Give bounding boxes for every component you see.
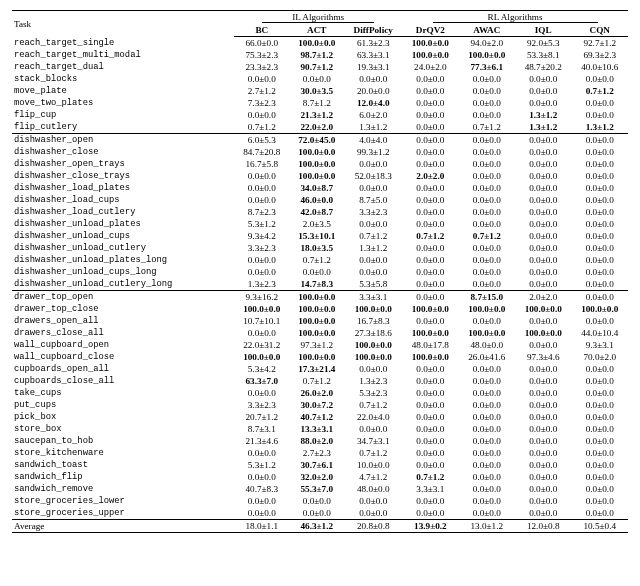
cell-value: 0.0±0.0 [459, 266, 515, 278]
cell-value: 66.0±0.0 [234, 37, 289, 50]
cell-value: 0.0±0.0 [515, 194, 571, 206]
cell-value: 0.0±0.0 [344, 507, 402, 520]
cell-value: 92.7±1.2 [571, 37, 628, 50]
task-name: drawer_top_close [12, 303, 234, 315]
cell-value: 2.0±2.0 [402, 170, 458, 182]
cell-value: 0.0±0.0 [459, 483, 515, 495]
cell-value: 0.0±0.0 [289, 73, 344, 85]
cell-value: 99.3±1.2 [344, 146, 402, 158]
cell-value: 0.7±1.2 [344, 399, 402, 411]
cell-value: 0.0±0.0 [571, 399, 628, 411]
cell-value: 0.0±0.0 [234, 254, 289, 266]
cell-value: 22.0±31.2 [234, 339, 289, 351]
cell-value: 12.0±4.0 [344, 97, 402, 109]
cell-value: 100.0±0.0 [289, 315, 344, 327]
cell-value: 0.0±0.0 [515, 73, 571, 85]
header-col-drqv2: DrQV2 [402, 24, 458, 37]
cell-value: 0.0±0.0 [459, 435, 515, 447]
cell-value: 0.7±1.2 [344, 447, 402, 459]
task-name: dishwasher_close [12, 146, 234, 158]
cell-value: 10.7±10.1 [234, 315, 289, 327]
cell-value: 0.0±0.0 [515, 483, 571, 495]
cell-value: 1.3±2.3 [344, 375, 402, 387]
cell-value: 23.3±2.3 [234, 61, 289, 73]
cell-value: 0.0±0.0 [459, 447, 515, 459]
cell-value: 5.3±5.8 [344, 278, 402, 291]
cell-value: 0.0±0.0 [459, 218, 515, 230]
cell-value: 0.0±0.0 [515, 399, 571, 411]
cell-value: 6.0±5.3 [234, 134, 289, 147]
cell-value: 8.7±3.1 [234, 423, 289, 435]
cell-value: 0.0±0.0 [571, 447, 628, 459]
task-name: dishwasher_unload_plates [12, 218, 234, 230]
cell-value: 0.0±0.0 [515, 97, 571, 109]
cell-value: 21.3±4.6 [234, 435, 289, 447]
cell-value: 0.0±0.0 [344, 218, 402, 230]
cell-value: 0.0±0.0 [515, 423, 571, 435]
cell-value: 0.0±0.0 [571, 242, 628, 254]
cell-value: 0.0±0.0 [459, 399, 515, 411]
cell-value: 17.3±21.4 [289, 363, 344, 375]
header-task: Task [12, 11, 234, 37]
cell-value: 0.0±0.0 [402, 459, 458, 471]
cell-value: 0.0±0.0 [459, 146, 515, 158]
cell-value: 0.0±0.0 [515, 278, 571, 291]
cell-value: 0.0±0.0 [402, 182, 458, 194]
cell-value: 0.0±0.0 [571, 411, 628, 423]
cell-value: 100.0±0.0 [234, 351, 289, 363]
cell-value: 0.0±0.0 [402, 507, 458, 520]
cell-value: 3.3±2.3 [234, 242, 289, 254]
cell-value: 0.0±0.0 [571, 254, 628, 266]
cell-value: 0.0±0.0 [402, 121, 458, 134]
task-name: put_cups [12, 399, 234, 411]
cell-value: 22.0±2.0 [289, 121, 344, 134]
cell-value: 0.0±0.0 [402, 375, 458, 387]
cell-value: 22.0±4.0 [344, 411, 402, 423]
cell-value: 0.0±0.0 [344, 495, 402, 507]
cell-value: 0.0±0.0 [515, 254, 571, 266]
task-name: wall_cupboard_open [12, 339, 234, 351]
task-name: drawers_open_all [12, 315, 234, 327]
cell-value: 0.0±0.0 [571, 218, 628, 230]
cell-value: 0.0±0.0 [402, 387, 458, 399]
cell-value: 26.0±2.0 [289, 387, 344, 399]
cell-value: 0.0±0.0 [459, 109, 515, 121]
cell-value: 55.3±7.0 [289, 483, 344, 495]
cell-value: 0.0±0.0 [402, 109, 458, 121]
task-name: drawers_close_all [12, 327, 234, 339]
cell-value: 0.0±0.0 [344, 266, 402, 278]
cell-value: 0.7±1.2 [289, 375, 344, 387]
task-name: cupboards_close_all [12, 375, 234, 387]
cell-value: 0.0±0.0 [459, 97, 515, 109]
cell-value: 100.0±0.0 [289, 158, 344, 170]
cell-value: 0.0±0.0 [571, 495, 628, 507]
cell-value: 0.0±0.0 [234, 182, 289, 194]
cell-value: 1.3±2.3 [234, 278, 289, 291]
cell-value: 32.0±2.0 [289, 471, 344, 483]
cell-value: 0.0±0.0 [571, 459, 628, 471]
cell-value: 100.0±0.0 [402, 351, 458, 363]
cell-value: 0.0±0.0 [234, 447, 289, 459]
header-col-awac: AWAC [459, 24, 515, 37]
task-name: dishwasher_unload_cutlery_long [12, 278, 234, 291]
task-name: flip_cutlery [12, 121, 234, 134]
cell-value: 0.0±0.0 [515, 182, 571, 194]
cell-value: 5.3±2.3 [344, 387, 402, 399]
cell-value: 1.3±1.2 [344, 242, 402, 254]
cell-value: 97.3±1.2 [289, 339, 344, 351]
cell-value: 0.0±0.0 [459, 471, 515, 483]
cell-value: 0.0±0.0 [459, 507, 515, 520]
cell-value: 0.0±0.0 [459, 315, 515, 327]
cell-value: 100.0±0.0 [289, 303, 344, 315]
cell-value: 0.0±0.0 [459, 194, 515, 206]
cell-value: 63.3±3.1 [344, 49, 402, 61]
cell-value: 100.0±0.0 [289, 351, 344, 363]
cell-value: 100.0±0.0 [459, 327, 515, 339]
cell-value: 0.0±0.0 [571, 134, 628, 147]
cell-value: 0.0±0.0 [515, 315, 571, 327]
cell-value: 0.0±0.0 [402, 399, 458, 411]
cell-value: 34.0±8.7 [289, 182, 344, 194]
cell-value: 0.0±0.0 [515, 375, 571, 387]
cell-value: 0.0±0.0 [459, 363, 515, 375]
cell-value: 0.0±0.0 [515, 170, 571, 182]
